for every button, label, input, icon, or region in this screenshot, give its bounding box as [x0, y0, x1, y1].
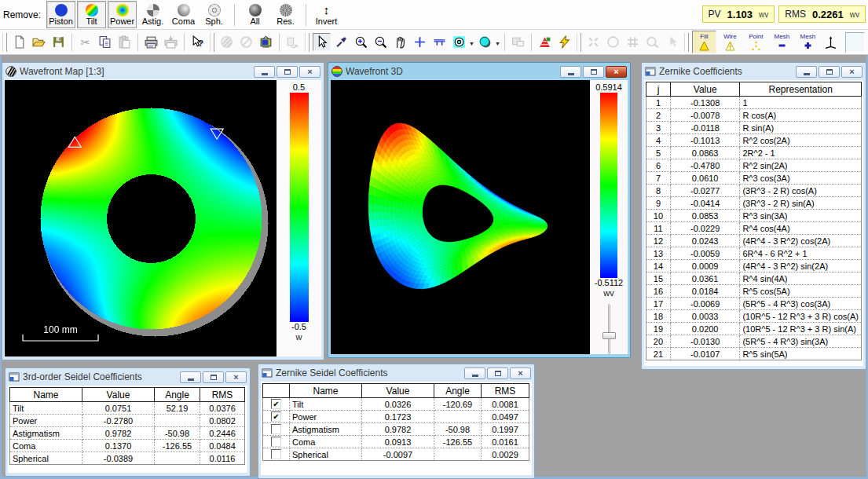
table-cell: R^2 cos(2A): [740, 134, 862, 147]
3d-colorbar-panel: 0.5914 -0.5112 wv: [590, 80, 628, 354]
seidel-titlebar[interactable]: 3rd-order Seidel Coefficients ×: [8, 368, 247, 386]
mask-edit-button[interactable]: [536, 33, 554, 51]
minimize-button[interactable]: [796, 66, 817, 78]
apply-bolt-button[interactable]: [555, 33, 573, 51]
minimize-button[interactable]: [254, 66, 275, 78]
table-row: 160.0184R^5 cos(5A): [646, 285, 862, 298]
pan-hand-button[interactable]: [391, 33, 409, 51]
column-header: RMS: [200, 388, 245, 402]
remove-piston-button[interactable]: Piston: [46, 1, 75, 28]
print-button[interactable]: [142, 33, 160, 51]
eyedropper-button[interactable]: [332, 33, 350, 51]
zoom-in-button[interactable]: [352, 33, 370, 51]
zoom-out-button[interactable]: [372, 33, 390, 51]
table-cell: 0.1723: [362, 411, 434, 423]
invert-icon: ↕: [320, 4, 333, 16]
copy-button[interactable]: [96, 33, 114, 51]
row-checkbox[interactable]: ✔: [271, 399, 281, 409]
row-checkbox[interactable]: [271, 437, 281, 447]
table-cell: 18: [646, 310, 671, 323]
mesh-plus-button[interactable]: Mesh: [796, 31, 820, 53]
toolbar-gripper: [2, 33, 7, 52]
table-row: 50.08632R^2 - 1: [646, 147, 862, 159]
mesh-minus-icon: [775, 40, 789, 51]
maximize-button[interactable]: [819, 66, 840, 78]
remove-all-button[interactable]: All: [240, 1, 269, 28]
fiducial-lines-button[interactable]: [430, 33, 449, 51]
wavefront-map-canvas[interactable]: [5, 80, 277, 357]
minimize-button[interactable]: [464, 367, 485, 379]
remove-astig-button[interactable]: Astig.: [138, 1, 167, 28]
maximize-button[interactable]: [487, 367, 508, 379]
tool-button-label: Mesh: [775, 34, 790, 40]
render-point-button[interactable]: Point: [744, 31, 768, 53]
close-button[interactable]: ×: [841, 66, 863, 78]
close-button[interactable]: ×: [606, 66, 627, 78]
print-export-icon: [164, 35, 178, 49]
slider-thumb[interactable]: [602, 332, 616, 339]
toolbar-sep: [71, 34, 72, 51]
minimize-button[interactable]: [560, 66, 581, 78]
table-cell: 12: [646, 235, 671, 247]
table-cell: Coma: [290, 436, 362, 448]
context-help-button[interactable]: ?: [189, 33, 207, 51]
table-row: 21-0.0107R^5 sin(5A): [646, 348, 862, 360]
remove-res-button[interactable]: Res.: [271, 1, 300, 28]
zernike-seidel-titlebar[interactable]: Zernike Seidel Coefficients ×: [261, 364, 532, 382]
crosshair-button[interactable]: [411, 33, 429, 51]
maximize-button[interactable]: [583, 66, 604, 78]
axes-3d-button[interactable]: [822, 33, 840, 51]
table-header-row: NameValueAngleRMS: [10, 388, 245, 402]
table-row: Coma0.1370-126.550.0484: [10, 440, 245, 452]
circle-region-button[interactable]: [476, 33, 494, 51]
colorbar-max-label: 0.5914: [595, 82, 622, 93]
new-file-button[interactable]: [10, 33, 28, 51]
remove-invert-button[interactable]: ↕Invert: [312, 1, 341, 28]
annulus-region-button[interactable]: [450, 33, 468, 51]
maximize-button[interactable]: [277, 66, 298, 78]
piston-icon: [55, 4, 68, 16]
row-checkbox[interactable]: [271, 424, 281, 434]
minimize-button[interactable]: [180, 371, 201, 383]
close-button[interactable]: ×: [299, 66, 320, 78]
table-cell: R^3 sin(3A): [740, 210, 862, 222]
cut-button: ✂: [76, 33, 94, 51]
render-fill-button[interactable]: Fill: [692, 31, 716, 53]
close-button[interactable]: ×: [225, 371, 247, 383]
table-cell: -120.69: [434, 398, 482, 411]
wavefront-3d-canvas[interactable]: [331, 80, 590, 354]
row-checkbox[interactable]: [271, 449, 281, 459]
zernike-coefficients-table: jValueRepresentation1-0.130812-0.0078R c…: [646, 82, 862, 360]
table-cell: 0.0863: [670, 147, 739, 159]
open-folder-button[interactable]: [30, 33, 48, 51]
rms-unit: wv: [850, 10, 859, 19]
save-file-button[interactable]: [49, 33, 68, 51]
select-arrow-button[interactable]: [313, 33, 331, 51]
close-icon: ×: [233, 373, 238, 382]
wavefront-map-titlebar[interactable]: Wavefront Map [1:3] ×: [5, 63, 321, 80]
row-checkbox[interactable]: ✔: [271, 411, 281, 422]
colorbar-unit-label: w: [296, 332, 302, 342]
remove-power-button[interactable]: Power: [108, 1, 137, 28]
mesh-minus-button[interactable]: Mesh: [770, 31, 794, 53]
table-cell: -0.0414: [670, 197, 739, 210]
wavefront-3d-titlebar[interactable]: Wavefront 3D ×: [331, 63, 628, 80]
maximize-button[interactable]: [203, 371, 224, 383]
zernike-titlebar[interactable]: Zernike Coefficients ×: [644, 63, 863, 80]
display-monitor-button[interactable]: [257, 33, 275, 51]
seidel-coefficients-table: NameValueAngleRMSTilt0.075152.190.0376Po…: [9, 387, 245, 465]
window-title: 3rd-order Seidel Coefficients: [23, 371, 177, 382]
remove-button-label: Sph.: [205, 17, 223, 26]
table-cell: 5: [646, 147, 671, 159]
table-row: 140.0009(4R^4 - 3 R^2) sin(2A): [646, 260, 862, 272]
table-row: 70.0610R^3 cos(3A): [646, 172, 862, 185]
tool-button-label: Fill: [700, 34, 708, 40]
remove-sph-button[interactable]: Sph.: [200, 1, 229, 28]
render-wire-button[interactable]: Wire: [718, 31, 742, 53]
dropdown-arrow-icon[interactable]: ▼: [469, 41, 474, 46]
remove-coma-button[interactable]: Coma: [169, 1, 198, 28]
close-button[interactable]: ×: [510, 367, 531, 379]
remove-tilt-button[interactable]: Tilt: [77, 1, 106, 28]
table-row: 1-0.13081: [646, 97, 862, 109]
dropdown-arrow-icon[interactable]: ▼: [495, 41, 500, 46]
